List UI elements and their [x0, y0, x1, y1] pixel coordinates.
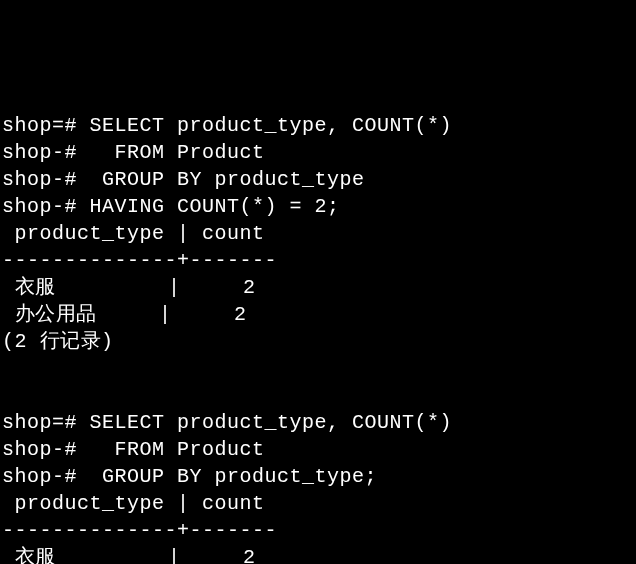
sql-line: shop=# SELECT product_type, COUNT(*) — [2, 114, 452, 137]
sql-line: shop-# GROUP BY product_type; — [2, 465, 377, 488]
result-divider: --------------+------- — [2, 249, 277, 272]
sql-line: shop-# HAVING COUNT(*) = 2; — [2, 195, 340, 218]
sql-line: shop=# SELECT product_type, COUNT(*) — [2, 411, 452, 434]
result-header: product_type | count — [2, 222, 265, 245]
sql-line: shop-# FROM Product — [2, 438, 265, 461]
table-row: 衣服 | 2 — [2, 546, 256, 564]
sql-line: shop-# GROUP BY product_type — [2, 168, 365, 191]
sql-line: shop-# FROM Product — [2, 141, 265, 164]
result-footer: (2 行记录) — [2, 330, 114, 353]
result-divider: --------------+------- — [2, 519, 277, 542]
table-row: 办公用品 | 2 — [2, 303, 247, 326]
table-row: 衣服 | 2 — [2, 276, 256, 299]
result-header: product_type | count — [2, 492, 265, 515]
terminal-output: shop=# SELECT product_type, COUNT(*) sho… — [2, 112, 636, 564]
